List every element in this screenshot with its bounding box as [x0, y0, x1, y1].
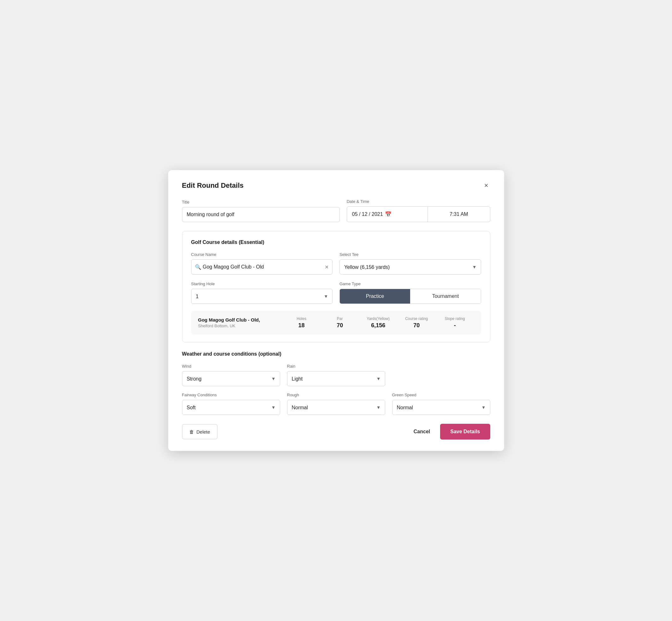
starting-hole-dropdown[interactable]: 1234 5678 910 — [191, 289, 333, 304]
slope-rating-label: Slope rating — [436, 317, 474, 321]
date-value: 05 / 12 / 2021 — [352, 211, 383, 217]
course-name-field: Course Name 🔍 ✕ — [191, 252, 333, 275]
edit-round-modal: Edit Round Details × Title Date & Time 0… — [168, 170, 504, 451]
starting-hole-wrapper: 1234 5678 910 ▼ — [191, 289, 333, 304]
course-info-location: Shelford Bottom, UK — [198, 323, 282, 328]
select-tee-label: Select Tee — [339, 252, 481, 257]
title-datetime-row: Title Date & Time 05 / 12 / 2021 📅 7:31 … — [182, 199, 490, 222]
green-speed-label: Green Speed — [392, 392, 490, 397]
par-value: 70 — [321, 322, 359, 329]
green-speed-wrapper: SlowNormalFastVery Fast ▼ — [392, 400, 490, 415]
tournament-toggle-button[interactable]: Tournament — [410, 289, 480, 303]
date-part[interactable]: 05 / 12 / 2021 📅 — [347, 207, 428, 222]
course-stat-slope-rating: Slope rating - — [436, 317, 474, 329]
course-tee-row: Course Name 🔍 ✕ Select Tee Yellow (6,156… — [191, 252, 481, 275]
par-label: Par — [321, 317, 359, 321]
hole-gametype-row: Starting Hole 1234 5678 910 ▼ Game Type … — [191, 282, 481, 304]
starting-hole-field: Starting Hole 1234 5678 910 ▼ — [191, 282, 333, 304]
golf-course-section: Golf Course details (Essential) Course N… — [182, 231, 490, 342]
cancel-button[interactable]: Cancel — [411, 429, 433, 434]
wind-dropdown[interactable]: CalmLightModerateStrongVery Strong — [182, 371, 280, 386]
fairway-label: Fairway Conditions — [182, 392, 280, 397]
rough-dropdown[interactable]: ShortNormalLongVery Long — [287, 400, 385, 415]
fairway-field: Fairway Conditions SoftNormalHardDry ▼ — [182, 392, 280, 415]
datetime-label: Date & Time — [347, 199, 490, 204]
rough-wrapper: ShortNormalLongVery Long ▼ — [287, 400, 385, 415]
yards-label: Yards(Yellow) — [359, 317, 397, 321]
time-value: 7:31 AM — [450, 211, 468, 217]
rain-wrapper: NoneLightModerateHeavy ▼ — [287, 371, 385, 386]
course-info-name: Gog Magog Golf Club - Old, — [198, 317, 282, 323]
course-name-label: Course Name — [191, 252, 333, 257]
green-speed-field: Green Speed SlowNormalFastVery Fast ▼ — [392, 392, 490, 415]
select-tee-field: Select Tee Yellow (6,156 yards) White (6… — [339, 252, 481, 275]
footer-right: Cancel Save Details — [411, 424, 490, 440]
golf-course-section-title: Golf Course details (Essential) — [191, 240, 481, 245]
course-stat-par: Par 70 — [321, 317, 359, 329]
datetime-field: Date & Time 05 / 12 / 2021 📅 7:31 AM — [347, 199, 490, 222]
course-rating-label: Course rating — [397, 317, 436, 321]
course-rating-value: 70 — [397, 322, 436, 329]
delete-label: Delete — [197, 429, 210, 434]
fairway-dropdown[interactable]: SoftNormalHardDry — [182, 400, 280, 415]
rough-field: Rough ShortNormalLongVery Long ▼ — [287, 392, 385, 415]
game-type-toggle: Practice Tournament — [339, 289, 481, 304]
title-label: Title — [182, 200, 340, 204]
course-info-row: Gog Magog Golf Club - Old, Shelford Bott… — [191, 311, 481, 334]
wind-field: Wind CalmLightModerateStrongVery Strong … — [182, 364, 280, 386]
course-clear-icon[interactable]: ✕ — [325, 264, 329, 270]
rain-label: Rain — [287, 364, 385, 369]
calendar-icon: 📅 — [385, 211, 391, 218]
close-button[interactable]: × — [482, 181, 490, 190]
title-input[interactable] — [182, 207, 340, 222]
fairway-wrapper: SoftNormalHardDry ▼ — [182, 400, 280, 415]
save-button[interactable]: Save Details — [440, 424, 490, 440]
course-name-search-wrapper: 🔍 ✕ — [191, 259, 333, 275]
practice-toggle-button[interactable]: Practice — [340, 289, 410, 303]
starting-hole-label: Starting Hole — [191, 282, 333, 286]
trash-icon: 🗑 — [189, 429, 194, 434]
conditions-section: Weather and course conditions (optional)… — [182, 351, 490, 415]
course-name-input[interactable] — [191, 259, 333, 275]
wind-wrapper: CalmLightModerateStrongVery Strong ▼ — [182, 371, 280, 386]
footer-row: 🗑 Delete Cancel Save Details — [182, 424, 490, 440]
wind-rain-row: Wind CalmLightModerateStrongVery Strong … — [182, 364, 490, 386]
course-stat-course-rating: Course rating 70 — [397, 317, 436, 329]
conditions-title: Weather and course conditions (optional) — [182, 351, 490, 357]
fairway-rough-green-row: Fairway Conditions SoftNormalHardDry ▼ R… — [182, 392, 490, 415]
course-stat-yards: Yards(Yellow) 6,156 — [359, 317, 397, 329]
modal-title: Edit Round Details — [182, 181, 244, 190]
game-type-label: Game Type — [339, 282, 481, 286]
yards-value: 6,156 — [359, 322, 397, 329]
holes-label: Holes — [282, 317, 321, 321]
rain-spacer — [392, 364, 490, 386]
title-field: Title — [182, 200, 340, 222]
rough-label: Rough — [287, 392, 385, 397]
select-tee-dropdown[interactable]: Yellow (6,156 yards) White (6,500 yards)… — [339, 259, 481, 275]
delete-button[interactable]: 🗑 Delete — [182, 424, 217, 439]
slope-rating-value: - — [436, 322, 474, 329]
green-speed-dropdown[interactable]: SlowNormalFastVery Fast — [392, 400, 490, 415]
rain-dropdown[interactable]: NoneLightModerateHeavy — [287, 371, 385, 386]
modal-header: Edit Round Details × — [182, 181, 490, 190]
rain-field: Rain NoneLightModerateHeavy ▼ — [287, 364, 385, 386]
select-tee-wrapper: Yellow (6,156 yards) White (6,500 yards)… — [339, 259, 481, 275]
course-info-name-block: Gog Magog Golf Club - Old, Shelford Bott… — [198, 317, 282, 328]
wind-label: Wind — [182, 364, 280, 369]
course-stat-holes: Holes 18 — [282, 317, 321, 329]
time-part[interactable]: 7:31 AM — [428, 207, 490, 222]
datetime-inner: 05 / 12 / 2021 📅 7:31 AM — [347, 206, 490, 222]
game-type-field: Game Type Practice Tournament — [339, 282, 481, 304]
holes-value: 18 — [282, 322, 321, 329]
